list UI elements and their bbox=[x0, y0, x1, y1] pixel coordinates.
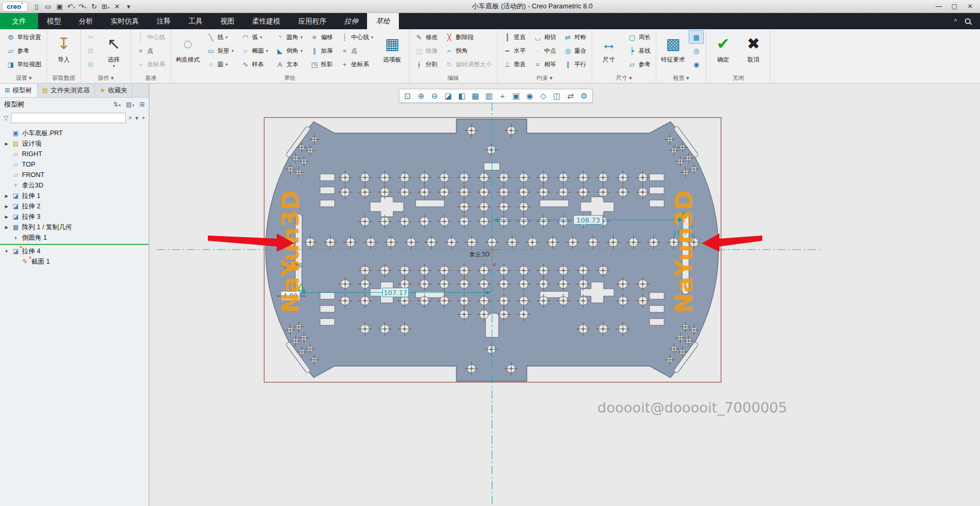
collapse-ribbon-icon[interactable]: ^ bbox=[954, 17, 957, 25]
tab-文件[interactable]: 文件 bbox=[0, 13, 38, 29]
constraint-midpoint-button[interactable]: ∙中点 bbox=[530, 44, 559, 57]
clear-search-icon[interactable]: × bbox=[128, 114, 132, 122]
new-button[interactable]: ▯ bbox=[32, 3, 42, 10]
tab-草绘[interactable]: 草绘 bbox=[367, 13, 399, 29]
highlight-open-ends-button[interactable]: ◎ bbox=[689, 44, 704, 57]
ellipse-button[interactable]: ○椭圆▾ bbox=[238, 44, 271, 57]
constraint-coincident-button[interactable]: ◎重合 bbox=[560, 44, 589, 57]
perspective-button[interactable]: ◇ bbox=[537, 90, 550, 102]
project-button[interactable]: ◳投影 bbox=[307, 57, 336, 71]
open-button[interactable]: ▭ bbox=[43, 3, 53, 10]
shade-closed-loops-button[interactable]: ▦ bbox=[689, 30, 704, 44]
select-button[interactable]: ↖选择▾ bbox=[99, 30, 128, 73]
close-window-button[interactable]: ✕ bbox=[112, 3, 122, 10]
csys-button[interactable]: +坐标系 bbox=[337, 57, 377, 71]
tab-分析[interactable]: 分析 bbox=[70, 13, 102, 29]
tree-item[interactable]: ◗倒圆角 1 bbox=[0, 232, 149, 243]
datum-display-filter-button[interactable]: + bbox=[496, 90, 509, 102]
tab-柔性建模[interactable]: 柔性建模 bbox=[243, 13, 289, 29]
panel-tab-model-tree[interactable]: ⊞模型树 bbox=[0, 84, 38, 97]
text-button[interactable]: A文本 bbox=[273, 57, 306, 71]
tree-item[interactable]: ▱RIGHT bbox=[0, 149, 149, 159]
tree-item[interactable]: ▶◪拉伸 2 bbox=[0, 201, 149, 211]
tab-模型[interactable]: 模型 bbox=[38, 13, 70, 29]
constraint-perpendicular-button[interactable]: ⊥垂直 bbox=[500, 57, 529, 71]
repaint-button[interactable]: ◪ bbox=[442, 90, 455, 102]
sketch-view-button[interactable]: ◨草绘视图 bbox=[3, 57, 44, 71]
thicken-button[interactable]: ∥加厚 bbox=[307, 44, 336, 57]
arc-button[interactable]: ◠弧▾ bbox=[238, 30, 271, 44]
search-icon[interactable] bbox=[965, 18, 971, 24]
refit-button[interactable]: ⊡ bbox=[401, 90, 414, 102]
corner-button[interactable]: ⌐拐角 bbox=[442, 44, 495, 57]
reference-dimension-button[interactable]: ▱参考 bbox=[624, 57, 654, 71]
offset-button[interactable]: ≡偏移 bbox=[307, 30, 336, 44]
zoom-out-button[interactable]: ⊖ bbox=[428, 90, 441, 102]
point-button[interactable]: ×点 bbox=[337, 44, 377, 57]
construction-mode-button[interactable]: ◌构造模式 bbox=[173, 30, 203, 73]
group-label-操作[interactable]: 操作 ▾ bbox=[83, 74, 128, 83]
maximize-button[interactable]: ▢ bbox=[947, 3, 962, 10]
group-label-尺寸[interactable]: 尺寸 ▾ bbox=[594, 74, 654, 83]
regenerate-button[interactable]: ↻ bbox=[89, 3, 99, 10]
saved-orientations-button[interactable]: ▦ bbox=[469, 90, 482, 102]
tree-columns-icon[interactable]: ▤▾ bbox=[126, 101, 134, 108]
divide-button[interactable]: ∤分割 bbox=[411, 57, 441, 71]
perimeter-dimension-button[interactable]: ▢周长 bbox=[624, 30, 654, 44]
tree-filters-icon[interactable]: ⇅▾ bbox=[113, 101, 121, 108]
annotation-display-button[interactable]: ▣ bbox=[510, 90, 523, 102]
customize-toolbar-button[interactable]: ▾ bbox=[124, 3, 134, 10]
cancel-button[interactable]: ✖取消 bbox=[739, 30, 768, 73]
delete-segment-button[interactable]: ╳删除段 bbox=[442, 30, 495, 44]
tree-item[interactable]: ✎*截面 1 bbox=[0, 256, 149, 267]
tree-settings-icon[interactable]: ⊞ bbox=[139, 101, 145, 108]
group-label-设置[interactable]: 设置 ▾ bbox=[3, 74, 44, 83]
filter-icon[interactable]: ▽ bbox=[4, 114, 8, 122]
tab-注释[interactable]: 注释 bbox=[148, 13, 180, 29]
sketch-canvas[interactable]: 108.73107.1719.721.364.00拿云3DxNaYun3DNaY… bbox=[149, 84, 980, 506]
view-manager-button[interactable]: ▥ bbox=[482, 90, 495, 102]
constraint-parallel-button[interactable]: ∥平行 bbox=[560, 57, 589, 71]
centerline-button[interactable]: ┊中心线▾ bbox=[337, 30, 377, 44]
redo-button[interactable]: ↷▾ bbox=[78, 3, 88, 10]
tree-item[interactable]: ▶◪拉伸 3 bbox=[0, 211, 149, 222]
circle-button[interactable]: ○圆▾ bbox=[204, 57, 237, 71]
minimize-button[interactable]: — bbox=[931, 3, 947, 10]
graphics-area[interactable]: ⊡⊕⊖◪◧▦▥+▣◉◇◫⇄⚙ 108.73107.1719.721.364.00… bbox=[149, 84, 980, 506]
modify-button[interactable]: ✎修改 bbox=[411, 30, 441, 44]
panel-tab-folder-browser[interactable]: ▤文件夹浏览器 bbox=[38, 84, 95, 97]
point-datum-button[interactable]: ×点 bbox=[133, 44, 169, 57]
references-button[interactable]: ▱参考 bbox=[3, 44, 44, 57]
tab-视图[interactable]: 视图 bbox=[211, 13, 243, 29]
save-button[interactable]: ▣ bbox=[55, 3, 65, 10]
close-button[interactable]: ✕ bbox=[962, 3, 978, 10]
overlapping-geometry-button[interactable]: ◉ bbox=[689, 57, 704, 71]
baseline-dimension-button[interactable]: ┝基线 bbox=[624, 44, 654, 57]
fillet-button[interactable]: ◝圆角▾ bbox=[273, 30, 306, 44]
tree-item[interactable]: ▼◪*拉伸 4 bbox=[0, 246, 149, 256]
line-button[interactable]: ╲线▾ bbox=[204, 30, 237, 44]
tree-item[interactable]: ▶◪拉伸 1 bbox=[0, 191, 149, 201]
search-options-icon[interactable]: ▾ bbox=[135, 114, 138, 122]
graphics-settings-button[interactable]: ⚙ bbox=[577, 90, 591, 102]
shading-with-edges-button[interactable]: ◫ bbox=[550, 90, 563, 102]
tree-item[interactable]: +拿云3D bbox=[0, 180, 149, 191]
tab-工具[interactable]: 工具 bbox=[180, 13, 211, 29]
ok-button[interactable]: ✔确定 bbox=[709, 30, 738, 73]
dimension-button[interactable]: ↔尺寸 bbox=[594, 30, 623, 73]
constraint-vertical-button[interactable]: ┃竖直 bbox=[500, 30, 529, 44]
palette-button[interactable]: ▦选项板 bbox=[377, 30, 407, 73]
chamfer-button[interactable]: ◣倒角▾ bbox=[273, 44, 306, 57]
panel-tab-favorites[interactable]: ★收藏夹 bbox=[95, 84, 133, 97]
tree-item[interactable]: ▱FRONT bbox=[0, 170, 149, 180]
constraint-symmetric-button[interactable]: ⇌对称 bbox=[560, 30, 589, 44]
spline-button[interactable]: ∿样条 bbox=[238, 57, 271, 71]
add-filter-icon[interactable]: + bbox=[141, 114, 145, 122]
sketch-setup-button[interactable]: ⚙草绘设置 bbox=[3, 30, 44, 44]
rectangle-button[interactable]: ▭矩形▾ bbox=[204, 44, 237, 57]
tree-item[interactable]: ▱TOP bbox=[0, 159, 149, 170]
import-button[interactable]: ↧导入 bbox=[49, 30, 78, 73]
constraint-equal-button[interactable]: =相等 bbox=[530, 57, 559, 71]
group-label-检查[interactable]: 检查 ▾ bbox=[658, 74, 704, 83]
zoom-in-button[interactable]: ⊕ bbox=[415, 90, 428, 102]
